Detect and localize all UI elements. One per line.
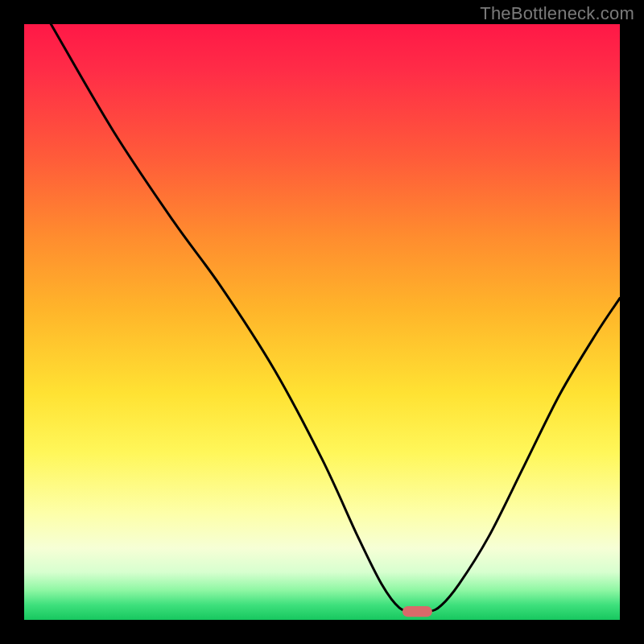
curve-overlay <box>24 24 620 620</box>
plot-area <box>24 24 620 620</box>
bottleneck-curve <box>51 24 620 612</box>
optimal-zone-marker <box>402 606 432 617</box>
watermark-text: TheBottleneck.com <box>480 3 634 24</box>
chart-frame: TheBottleneck.com <box>0 0 644 644</box>
